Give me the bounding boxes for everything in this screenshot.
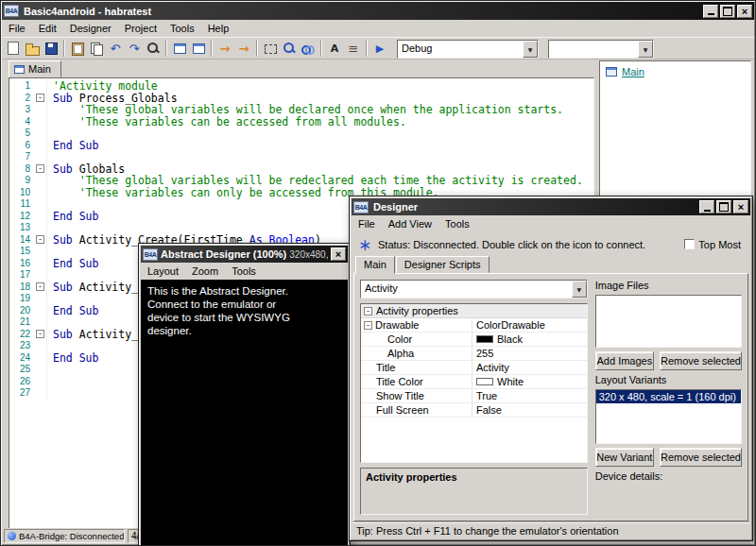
property-row-drawable[interactable]: DrawableColorDrawable xyxy=(361,318,587,333)
add-images-button[interactable]: Add Images xyxy=(595,351,654,370)
property-row-show-title[interactable]: Show TitleTrue xyxy=(361,389,587,403)
chevron-down-icon[interactable] xyxy=(523,41,538,58)
menu-layout[interactable]: Layout xyxy=(141,264,185,279)
save-button[interactable] xyxy=(42,39,60,58)
designer-main-tabpage: Activity Activity properties DrawableCol… xyxy=(353,273,748,521)
designer-tab-main[interactable]: Main xyxy=(355,256,395,274)
code-line-6[interactable]: 6End Sub xyxy=(9,140,593,152)
menu-file[interactable]: File xyxy=(352,216,382,231)
line-number: 13 xyxy=(9,222,34,234)
property-rows: DrawableColorDrawableColorBlackAlpha255T… xyxy=(361,318,587,418)
menu-edit[interactable]: Edit xyxy=(32,21,63,36)
line-number: 15 xyxy=(9,246,34,258)
close-button[interactable] xyxy=(737,5,752,18)
fold-marker[interactable] xyxy=(34,93,47,105)
menu-tools[interactable]: Tools xyxy=(225,264,263,279)
property-row-full-screen[interactable]: Full ScreenFalse xyxy=(361,403,587,418)
color-swatch xyxy=(476,378,493,385)
zoom-tool-button[interactable] xyxy=(280,39,299,58)
close-button[interactable] xyxy=(733,200,748,213)
remove-selected-images-button[interactable]: Remove selected xyxy=(660,351,742,370)
menu-help[interactable]: Help xyxy=(201,21,236,36)
open-project-button[interactable] xyxy=(23,39,42,58)
paste-icon xyxy=(70,41,85,56)
collapse-icon[interactable] xyxy=(36,282,44,291)
property-name: Color xyxy=(361,333,472,346)
property-row-color[interactable]: ColorBlack xyxy=(361,333,587,347)
main-titlebar[interactable]: B4A Basic4android - habratest xyxy=(2,2,754,20)
maximize-button[interactable] xyxy=(720,5,735,18)
abstract-designer-message: This is the Abstract Designer.Connect to… xyxy=(147,284,341,337)
collapse-icon[interactable] xyxy=(364,307,372,316)
property-row-alpha[interactable]: Alpha255 xyxy=(361,347,587,361)
image-files-list[interactable] xyxy=(595,295,742,348)
collapse-icon[interactable] xyxy=(36,164,44,173)
close-button[interactable] xyxy=(331,247,346,261)
connect-status-icon[interactable] xyxy=(357,240,372,249)
toolbar-icons xyxy=(4,39,389,58)
chevron-down-icon[interactable] xyxy=(638,41,653,58)
copy-button[interactable] xyxy=(87,39,106,58)
menu-project[interactable]: Project xyxy=(118,21,163,36)
code-line-4[interactable]: 4 'These variables can be accessed from … xyxy=(9,116,593,128)
connect-tool-button[interactable] xyxy=(299,39,318,58)
line-number: 2 xyxy=(9,93,34,105)
secondary-combo[interactable] xyxy=(548,40,654,59)
menu-tools[interactable]: Tools xyxy=(163,21,201,36)
font-size-button[interactable] xyxy=(325,39,344,58)
find-button[interactable] xyxy=(144,39,163,58)
abstract-designer-canvas[interactable]: This is the Abstract Designer.Connect to… xyxy=(141,280,348,546)
code-text: End Sub xyxy=(47,258,98,270)
property-row-title[interactable]: TitleActivity xyxy=(361,361,587,375)
goto-next-1-button[interactable] xyxy=(215,39,234,58)
topmost-checkbox[interactable] xyxy=(684,239,695,249)
module-item-main[interactable]: Main xyxy=(606,66,745,77)
abstract-designer-title: Abstract Designer (100%) xyxy=(161,248,286,260)
undo-button[interactable] xyxy=(106,39,125,58)
collapse-icon[interactable] xyxy=(36,330,44,338)
property-row-title-color[interactable]: Title ColorWhite xyxy=(361,375,587,389)
fold-marker[interactable] xyxy=(34,282,47,294)
menu-zoom[interactable]: Zoom xyxy=(185,264,225,279)
fold-margin xyxy=(34,140,47,152)
color-swatch xyxy=(476,335,493,343)
build-config-combo[interactable]: Debug xyxy=(397,40,539,59)
minimize-button[interactable] xyxy=(703,5,718,18)
minimize-button[interactable] xyxy=(699,200,714,213)
collapse-icon[interactable] xyxy=(364,321,372,330)
new-file-button[interactable] xyxy=(4,39,23,58)
redo-button[interactable] xyxy=(125,39,144,58)
fold-marker[interactable] xyxy=(34,329,47,341)
layout-variant-item[interactable]: 320 x 480, scale = 1 (160 dpi) xyxy=(596,390,741,403)
collapse-icon[interactable] xyxy=(36,94,44,102)
fold-margin xyxy=(34,198,47,211)
select-tool-button[interactable] xyxy=(261,39,280,58)
compile-run-button[interactable] xyxy=(370,39,389,58)
show-layouts-button[interactable] xyxy=(189,39,208,58)
remove-selected-variant-button[interactable]: Remove selected xyxy=(660,448,742,467)
tab-main[interactable]: Main xyxy=(9,60,61,77)
abstract-designer-menubar: LayoutZoomTools xyxy=(141,263,348,280)
layout-variants-list[interactable]: 320 x 480, scale = 1 (160 dpi) xyxy=(595,389,742,444)
fold-marker[interactable] xyxy=(34,163,47,176)
fold-marker[interactable] xyxy=(34,234,47,247)
designer-titlebar[interactable]: B4A Designer xyxy=(352,198,750,215)
menu-designer[interactable]: Designer xyxy=(63,21,118,36)
menu-file[interactable]: File xyxy=(2,21,32,36)
line-number: 22 xyxy=(9,329,34,341)
maximize-button[interactable] xyxy=(716,200,731,213)
chevron-down-icon[interactable] xyxy=(572,281,587,298)
view-selector-combo[interactable]: Activity xyxy=(360,280,588,299)
line-tools-button[interactable] xyxy=(344,39,363,58)
abstract-designer-titlebar[interactable]: B4A Abstract Designer (100%) 320x480, sc… xyxy=(141,246,348,263)
designer-tab-designer-scripts[interactable]: Designer Scripts xyxy=(396,256,490,273)
paste-button[interactable] xyxy=(68,39,87,58)
collapse-icon[interactable] xyxy=(36,235,44,244)
property-group-header[interactable]: Activity properties xyxy=(361,304,587,318)
menu-tools[interactable]: Tools xyxy=(438,216,476,231)
menu-add-view[interactable]: Add View xyxy=(382,216,438,231)
toolbar-separator xyxy=(211,40,213,57)
goto-next-2-button[interactable] xyxy=(234,39,253,58)
new-variant-button[interactable]: New Variant xyxy=(595,448,654,467)
show-modules-button[interactable] xyxy=(170,39,189,58)
